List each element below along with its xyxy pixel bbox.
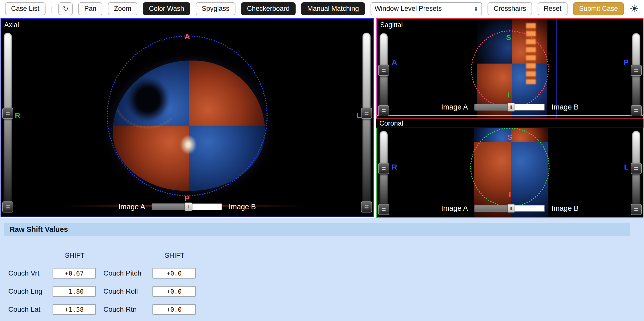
blend-slider-fill [475,104,510,110]
viewport-title-sagittal: Sagittal [380,21,403,29]
spyglass-button[interactable]: Spyglass [196,2,235,15]
panel-title: Raw Shift Values [10,225,68,234]
crosshairs-button[interactable]: Crosshairs [488,2,532,15]
slider-handle[interactable]: = [631,65,642,76]
blend-slider-handle[interactable]: ‖ [507,103,515,112]
blend-slider[interactable]: ‖ [152,203,222,210]
orientation-label-superior: S [507,133,512,141]
couch-lng-label: Couch Lng [8,287,53,295]
axial-viewport[interactable]: Axial A P R L = = = = [1,18,374,217]
image-b-label: Image B [551,204,579,212]
manual-matching-button[interactable]: Manual Matching [301,2,365,15]
axial-blend-control: Image A ‖ Image B [118,203,256,211]
window-level-presets-select[interactable]: Window Level Presets ▲ ▼ [371,2,482,15]
spyglass-circle [471,30,549,108]
toolbar: Case List | ↻ Pan Zoom Color Wash Spygla… [0,0,644,17]
couch-lat-label: Couch Lat [8,305,53,313]
pan-button[interactable]: Pan [78,2,102,15]
orientation-label-inferior: I [508,91,510,99]
shift-column-header: SHIFT [53,250,97,260]
orientation-label-posterior: P [624,58,629,67]
slider-handle[interactable]: = [361,108,372,119]
orientation-label-anterior: A [392,58,397,67]
image-b-label: Image B [551,103,579,111]
toolbar-separator: | [51,5,53,13]
viewport-title-coronal: Coronal [379,120,403,127]
shift-column-right: SHIFT Couch Pitch Couch Roll Couch Rtn [103,250,197,315]
sagittal-blend-control: Image A ‖ Image B [441,103,579,111]
sagittal-window-slider-b[interactable]: = = [632,33,640,116]
image-a-label: Image A [118,203,145,211]
axial-window-slider-a[interactable]: = = [4,33,12,212]
couch-pitch-input[interactable] [152,268,196,279]
coronal-frame[interactable]: S I R L = = = = Image A ‖ [376,128,643,218]
slider-handle[interactable]: = [378,204,389,215]
slider-handle[interactable]: = [631,204,642,215]
raw-shift-values-header: Raw Shift Values [4,223,630,236]
image-b-label: Image B [229,203,256,211]
workspace: Axial A P R L = = = = [0,17,644,218]
orientation-label-inferior: I [509,190,511,199]
viewport-title-axial: Axial [4,21,19,29]
orientation-label-right: R [392,163,397,171]
coronal-window-slider-a[interactable]: = = [380,131,388,215]
orientation-label-superior: S [506,33,511,42]
couch-pitch-label: Couch Pitch [103,269,152,277]
slider-handle[interactable]: = [361,201,372,212]
color-wash-button[interactable]: Color Wash [143,2,190,15]
crosshair-horizontal-line [377,115,643,116]
couch-lng-input[interactable] [53,286,96,297]
app-root: Case List | ↻ Pan Zoom Color Wash Spygla… [0,0,644,321]
rotate-icon[interactable]: ↻ [58,2,73,15]
slider-handle[interactable]: = [378,105,389,116]
orientation-label-left: L [356,111,361,120]
orientation-label-right: R [15,111,20,120]
couch-roll-label: Couch Roll [103,287,152,295]
checkerboard-button[interactable]: Checkerboard [241,2,296,15]
couch-rtn-input[interactable] [152,304,196,315]
orientation-label-posterior: P [185,194,190,202]
blend-slider-handle[interactable]: ‖ [184,202,192,211]
blend-slider[interactable]: ‖ [474,205,545,212]
slider-handle[interactable]: = [2,201,13,212]
slider-handle[interactable]: = [378,163,389,174]
slider-handle[interactable]: = [631,105,642,116]
orientation-label-left: L [624,163,629,171]
couch-vrt-label: Couch Vrt [8,269,53,277]
sagittal-viewport[interactable]: Sagittal S I A P = = = = [376,18,643,119]
brightness-icon[interactable]: ☀ [629,3,639,15]
couch-roll-input[interactable] [152,286,196,297]
blend-slider-fill [475,205,510,211]
blend-slider-handle[interactable]: ‖ [507,204,515,213]
window-level-presets-label: Window Level Presets [375,5,442,13]
blend-slider[interactable]: ‖ [474,104,545,111]
coronal-window-slider-b[interactable]: = = [632,131,640,215]
spyglass-circle [107,35,268,196]
couch-lat-input[interactable] [53,304,96,315]
axial-window-slider-b[interactable]: = = [363,33,371,212]
coronal-viewport[interactable]: Coronal S I R L = = = [376,119,643,218]
image-a-label: Image A [441,204,468,212]
blend-slider-fill [152,204,187,210]
slider-handle[interactable]: = [631,163,642,174]
select-spinner-icon: ▲ ▼ [474,6,478,12]
orientation-label-anterior: A [184,32,190,41]
couch-rtn-label: Couch Rtn [103,305,152,313]
shift-column-left: SHIFT Couch Vrt Couch Lng Couch Lat [8,250,97,315]
raw-shift-values-panel: Raw Shift Values SHIFT Couch Vrt Couch L… [0,218,644,321]
image-a-label: Image A [441,103,468,111]
sagittal-window-slider-a[interactable]: = = [380,33,388,116]
zoom-button[interactable]: Zoom [108,2,137,15]
couch-vrt-input[interactable] [53,268,96,279]
reset-button[interactable]: Reset [538,2,568,15]
slider-handle[interactable]: = [2,108,13,119]
chevron-down-icon: ▼ [474,9,478,12]
slider-handle[interactable]: = [378,65,389,76]
submit-case-button[interactable]: Submit Case [573,2,624,15]
shift-column-header: SHIFT [152,250,197,260]
coronal-blend-control: Image A ‖ Image B [441,204,579,212]
case-list-button[interactable]: Case List [5,2,46,15]
